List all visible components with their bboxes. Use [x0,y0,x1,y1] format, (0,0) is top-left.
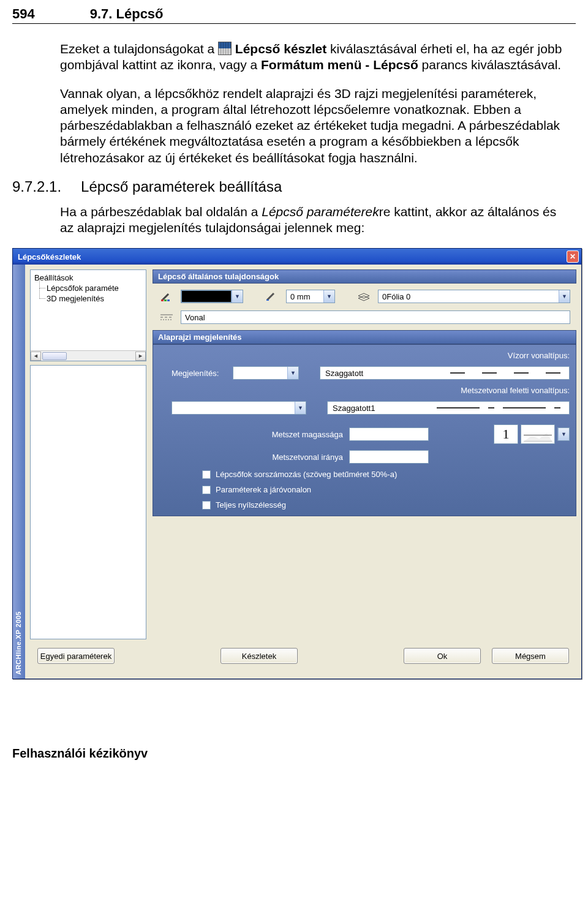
chevron-down-icon[interactable]: ▼ [559,290,570,303]
preview-list[interactable] [30,365,146,639]
full-opening-width-label: Teljes nyílszélesség [216,500,286,510]
line-width-icon [264,290,280,303]
step-numbering-checkbox[interactable] [202,470,211,479]
stair-section-preview-icon [521,424,555,444]
section-general-props: Lépcső általános tulajdonságok [153,269,576,284]
full-opening-width-checkbox[interactable] [202,501,211,510]
above-cut-linetype-swatch[interactable]: Szaggatott1 [327,401,570,415]
dialog-title: Lépcsőkészletek [18,252,81,261]
line-type-icon [159,310,175,324]
svg-rect-1 [164,299,167,301]
tree-item-3d-display[interactable]: 3D megjelenítés [38,293,145,304]
sets-button[interactable]: Készletek [221,648,298,664]
section-floorplan-display: Alaprajzi megjelenítés [153,330,576,344]
cut-direction-input[interactable]: 10 ° [349,450,429,464]
line-width-combo[interactable]: 0 mm ▼ [286,290,335,303]
tree-scrollbar[interactable]: ◄ ► [31,350,146,361]
close-icon[interactable]: ✕ [567,250,579,263]
page-number: 594 [12,6,35,22]
settings-tree[interactable]: Beállítások Lépcsőfok paraméte 3D megjel… [30,269,146,361]
page-title: 9.7. Lépcső [90,6,164,22]
cut-direction-label: Metszetvonal iránya [159,453,343,462]
footer-text: Felhasználói kézikönyv [0,747,588,761]
preview-combo[interactable]: ▼ [557,427,570,441]
horiz-linetype-swatch[interactable]: Szaggatott [320,366,570,380]
layer-icon [356,290,372,303]
above-cut-label: Metszetvonal feletti vonaltípus: [159,386,570,395]
svg-rect-2 [167,299,170,301]
layer-combo[interactable]: 0Fólia 0 ▼ [378,290,570,303]
params-on-walkline-checkbox[interactable] [202,486,211,494]
step-numbering-label: Lépcsőfok sorszámozás (szöveg betűméret … [216,470,397,479]
above-cut-mode-combo[interactable]: Metszetvonal felett szaggatott ▼ [172,401,306,415]
intro-paragraph-1: Ezeket a tulajdonságokat a Lépcső készle… [60,41,564,73]
brand-rail: ARCHline.XP 2005 [13,265,25,679]
display-label: Megjelenítés: [159,369,227,378]
stair-icon [218,42,232,55]
line-type-field[interactable]: Vonal [181,310,570,324]
chevron-down-icon[interactable]: ▼ [558,428,569,440]
cut-height-input[interactable]: 1 m [349,427,429,441]
stair-sets-dialog: Lépcsőkészletek ✕ ARCHline.XP 2005 Beáll… [12,248,582,679]
dialog-titlebar[interactable]: Lépcsőkészletek ✕ [13,249,581,265]
scroll-right-icon[interactable]: ► [135,352,146,361]
ok-button[interactable]: Ok [404,648,481,664]
tree-root[interactable]: Beállítások [32,273,145,283]
section-heading: 9.7.2.1. Lépcső paraméterek beállítása [12,178,576,195]
chevron-down-icon[interactable]: ▼ [287,367,298,379]
display-combo[interactable]: Végig ▼ [233,366,299,380]
intro-paragraph-2: Vannak olyan, a lépcsőkhöz rendelt alapr… [60,86,564,166]
cut-height-label: Metszet magassága [159,430,343,439]
chevron-down-icon[interactable]: ▼ [295,402,306,414]
custom-params-button[interactable]: Egyedi paraméterek [37,648,115,664]
section-intro: Ha a párbeszédablak bal oldalán a Lépcső… [60,204,564,236]
scroll-thumb[interactable] [42,352,67,360]
svg-rect-0 [161,299,164,301]
scroll-left-icon[interactable]: ◄ [31,352,41,361]
line-color-swatch[interactable]: ▼ [181,290,243,303]
params-on-walkline-label: Paraméterek a járóvonalon [216,485,311,494]
color-picker-icon[interactable] [159,290,175,303]
chevron-down-icon[interactable]: ▼ [323,290,334,303]
horiz-linetype-label: Vízorr vonaltípus: [159,351,570,360]
tree-item-step-params[interactable]: Lépcsőfok paraméte [38,283,145,293]
cancel-button[interactable]: Mégsem [492,648,569,664]
stair-number-preview: 1 [494,424,518,444]
page-header: 594 9.7. Lépcső [12,6,576,24]
